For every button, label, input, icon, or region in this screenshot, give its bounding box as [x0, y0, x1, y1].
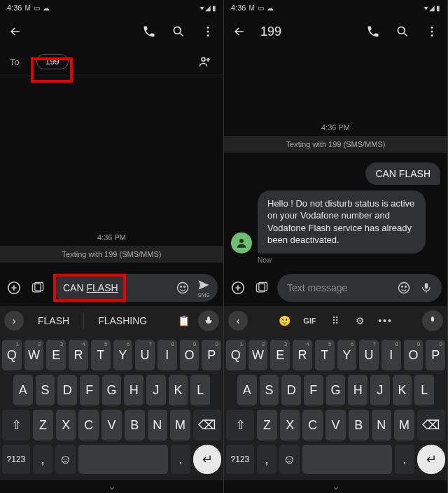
key-F[interactable]: F	[304, 375, 323, 405]
key-G[interactable]: G	[102, 375, 122, 405]
comma-key[interactable]: ,	[33, 445, 52, 474]
suggestion-1[interactable]: FLASH	[28, 315, 79, 326]
sender-avatar[interactable]	[231, 232, 252, 254]
message-outgoing[interactable]: CAN FLASH	[365, 162, 440, 185]
emoji-button[interactable]	[396, 279, 412, 296]
backspace-key[interactable]: ⌫	[193, 410, 221, 440]
enter-key[interactable]: ↵	[193, 445, 221, 474]
emoji-button[interactable]	[174, 279, 191, 296]
gif-button[interactable]: GIF	[300, 317, 321, 325]
key-M[interactable]: M	[394, 410, 414, 440]
key-B[interactable]: B	[125, 410, 145, 440]
add-recipient-button[interactable]	[197, 53, 214, 70]
backspace-key[interactable]: ⌫	[417, 410, 445, 440]
collapse-icon[interactable]: ⌄	[108, 482, 115, 492]
add-button[interactable]	[230, 279, 246, 296]
sticker-icon[interactable]: 🙂	[274, 315, 295, 326]
chevron-right-icon[interactable]: ›	[4, 311, 24, 331]
conversation-title[interactable]: 199	[260, 25, 281, 39]
key-W[interactable]: W2	[24, 340, 44, 370]
clipboard-icon[interactable]: 📋	[173, 315, 194, 326]
more-icon[interactable]: •••	[375, 315, 396, 326]
key-L[interactable]: L	[414, 375, 434, 405]
emoji-key[interactable]: ☺	[279, 445, 299, 474]
key-Y[interactable]: Y6	[113, 340, 133, 370]
gallery-button[interactable]	[29, 279, 46, 296]
key-W[interactable]: W2	[248, 340, 268, 370]
key-J[interactable]: J	[370, 375, 390, 405]
space-key[interactable]	[302, 445, 392, 474]
key-V[interactable]: V	[102, 410, 122, 440]
key-E[interactable]: E3	[270, 340, 290, 370]
more-button[interactable]	[200, 23, 216, 40]
key-P[interactable]: P0	[202, 340, 221, 370]
comma-key[interactable]: ,	[257, 445, 276, 474]
add-button[interactable]	[6, 279, 22, 296]
symbols-key[interactable]: ?123	[226, 445, 254, 474]
message-input[interactable]: Text message	[277, 274, 442, 302]
period-key[interactable]: .	[395, 445, 414, 474]
key-J[interactable]: J	[146, 375, 166, 405]
key-O[interactable]: O9	[404, 340, 424, 370]
key-I[interactable]: I8	[382, 340, 401, 370]
key-F[interactable]: F	[80, 375, 99, 405]
symbols-key[interactable]: ?123	[2, 445, 30, 474]
key-R[interactable]: R4	[293, 340, 312, 370]
recipient-chip[interactable]: 199	[36, 54, 69, 69]
key-U[interactable]: U7	[135, 340, 155, 370]
key-S[interactable]: S	[260, 375, 279, 405]
mic-button[interactable]	[422, 310, 443, 331]
key-D[interactable]: D	[281, 375, 301, 405]
key-L[interactable]: L	[190, 375, 210, 405]
key-S[interactable]: S	[36, 375, 55, 405]
key-U[interactable]: U7	[359, 340, 379, 370]
key-H[interactable]: H	[124, 375, 144, 405]
enter-key[interactable]: ↵	[417, 445, 445, 474]
key-T[interactable]: T5	[315, 340, 335, 370]
call-button[interactable]	[365, 23, 382, 40]
back-button[interactable]	[231, 23, 248, 40]
key-G[interactable]: G	[326, 375, 346, 405]
key-E[interactable]: E3	[46, 340, 66, 370]
key-B[interactable]: B	[349, 410, 369, 440]
key-H[interactable]: H	[348, 375, 368, 405]
key-T[interactable]: T5	[91, 340, 111, 370]
emoji-key[interactable]: ☺	[55, 445, 75, 474]
shift-key[interactable]: ⇧	[2, 410, 30, 440]
key-A[interactable]: A	[13, 375, 33, 405]
key-K[interactable]: K	[169, 375, 188, 405]
key-Z[interactable]: Z	[33, 410, 53, 440]
period-key[interactable]: .	[171, 445, 190, 474]
translate-icon[interactable]: ⠿	[325, 315, 346, 326]
key-A[interactable]: A	[237, 375, 257, 405]
key-X[interactable]: X	[56, 410, 76, 440]
key-N[interactable]: N	[372, 410, 392, 440]
mic-button[interactable]	[198, 310, 219, 331]
mic-button[interactable]	[418, 279, 435, 296]
call-button[interactable]	[141, 23, 158, 40]
key-V[interactable]: V	[326, 410, 346, 440]
key-Q[interactable]: Q1	[226, 340, 246, 370]
back-button[interactable]	[7, 23, 24, 40]
key-D[interactable]: D	[57, 375, 77, 405]
key-P[interactable]: P0	[426, 340, 445, 370]
key-O[interactable]: O9	[180, 340, 200, 370]
settings-icon[interactable]: ⚙	[350, 315, 371, 326]
send-button[interactable]: SMS	[197, 278, 211, 298]
key-N[interactable]: N	[148, 410, 168, 440]
space-key[interactable]	[78, 445, 168, 474]
message-incoming[interactable]: Hello ! Do not disturb status is active …	[258, 190, 426, 254]
key-Q[interactable]: Q1	[2, 340, 22, 370]
gallery-button[interactable]	[253, 279, 270, 296]
more-button[interactable]	[424, 23, 440, 40]
key-K[interactable]: K	[393, 375, 412, 405]
shift-key[interactable]: ⇧	[226, 410, 254, 440]
key-Y[interactable]: Y6	[337, 340, 357, 370]
key-R[interactable]: R4	[69, 340, 88, 370]
chevron-left-icon[interactable]: ‹	[228, 311, 248, 331]
collapse-icon[interactable]: ⌄	[332, 482, 340, 492]
key-Z[interactable]: Z	[257, 410, 277, 440]
key-C[interactable]: C	[302, 410, 323, 440]
message-input[interactable]: CAN FLASH SMS	[53, 274, 218, 302]
search-button[interactable]	[170, 23, 187, 40]
